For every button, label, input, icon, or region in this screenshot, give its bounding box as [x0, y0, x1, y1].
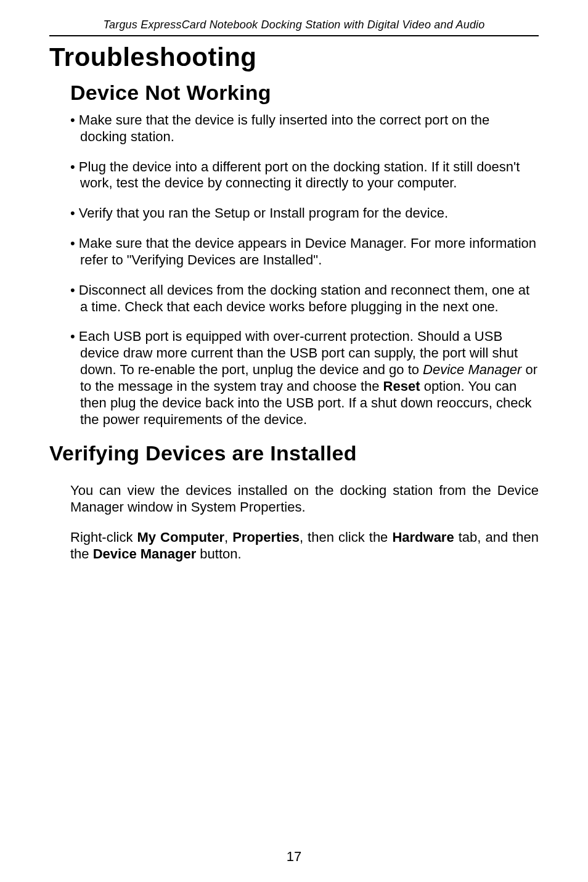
text-bold: Reset: [383, 378, 420, 394]
section-heading-verifying: Verifying Devices are Installed: [49, 441, 539, 465]
list-item: Disconnect all devices from the docking …: [70, 282, 539, 316]
text-run: Right-click: [70, 529, 137, 545]
list-item: Plug the device into a different port on…: [70, 159, 539, 192]
bullet-list: Make sure that the device is fully inser…: [49, 112, 539, 428]
list-item: Make sure that the device is fully inser…: [70, 112, 539, 145]
text-bold: Hardware: [392, 529, 454, 545]
text-run: button.: [196, 546, 241, 561]
document-page: Targus ExpressCard Notebook Docking Stat…: [0, 0, 588, 882]
text-bold: Properties: [232, 529, 300, 545]
page-number: 17: [0, 849, 588, 865]
section-heading-device-not-working: Device Not Working: [70, 81, 539, 105]
list-item: Verify that you ran the Setup or Install…: [70, 205, 539, 222]
text-run: ,: [224, 529, 232, 545]
text-bold: Device Manager: [93, 546, 197, 561]
text-run: , then click the: [300, 529, 392, 545]
text-emphasis: Device Manager: [423, 362, 521, 377]
paragraph: You can view the devices installed on th…: [70, 483, 539, 516]
running-header: Targus ExpressCard Notebook Docking Stat…: [49, 18, 539, 36]
list-item: Each USB port is equipped with over-curr…: [70, 329, 539, 428]
page-title: Troubleshooting: [49, 43, 539, 72]
paragraph: Right-click My Computer, Properties, the…: [70, 529, 539, 563]
list-item: Make sure that the device appears in Dev…: [70, 235, 539, 269]
text-bold: My Computer: [137, 529, 224, 545]
